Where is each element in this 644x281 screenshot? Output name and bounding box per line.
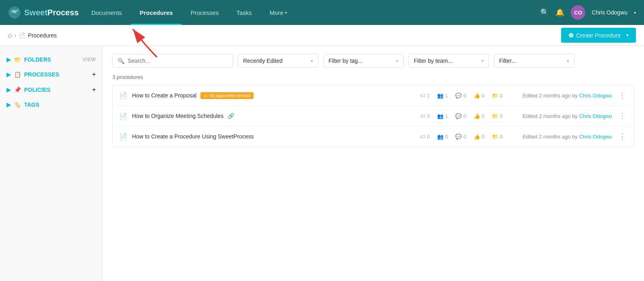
nav-items: Documents Procedures Processes Tasks Mor…	[83, 0, 540, 25]
link-icon: 🔗	[227, 113, 234, 119]
folders-count: 📁 0	[492, 134, 503, 140]
avatar[interactable]: CO	[571, 5, 585, 20]
create-procedure-button[interactable]: ⊕ Create Procedure ▾	[561, 28, 636, 43]
logo-process: Process	[47, 8, 79, 17]
team-filter-chevron-icon: ▾	[481, 58, 484, 64]
user-dropdown-icon[interactable]: ▾	[634, 10, 636, 15]
plus-icon: ⊕	[568, 31, 574, 39]
folder-icon: 📁	[492, 93, 498, 99]
sidebar-item-tags[interactable]: ▶ 🏷️ TAGS	[6, 101, 96, 108]
sidebar: ▶ 📁 FOLDERS VIEW ▶ 📋 PROCESSES + ▶ 📌 POL…	[0, 46, 103, 281]
tags-chevron-icon: ▶	[6, 101, 11, 108]
folder-icon: 📁	[492, 113, 498, 119]
procedures-count: 3 procedures	[112, 74, 634, 80]
logo-icon	[8, 6, 21, 19]
sidebar-tags-row: ▶ 🏷️ TAGS	[0, 97, 102, 112]
add-process-button[interactable]: +	[92, 71, 96, 78]
folders-count: 📁 0	[492, 113, 503, 119]
folders-icon: 📁	[14, 56, 21, 63]
table-row: 📄 How to Create a Procedure Using SweetP…	[113, 126, 634, 147]
breadcrumb-separator: ›	[14, 32, 17, 39]
search-box[interactable]: 🔍	[112, 54, 233, 68]
content-area: 🔍 Recently Edited ▾ Filter by tag... ▾ F…	[103, 46, 644, 281]
table-row: 📄 How to Organize Meeting Schedules 🔗 🏷 …	[113, 106, 634, 126]
sidebar-processes-row: ▶ 📋 PROCESSES +	[0, 67, 102, 82]
members-icon: 👥	[437, 113, 444, 119]
nav-right: 🔍 🔔 CO Chris Odogwu ▾	[540, 5, 636, 20]
procedures-list: 📄 How to Create a Proposal ⚠ No approved…	[112, 85, 634, 147]
procedure-editor-link[interactable]: Chris Odogwu	[579, 113, 612, 119]
tag-icon: 🏷	[420, 93, 425, 99]
filter-dropdown[interactable]: Filter... ▾	[494, 54, 574, 68]
tags-count: 🏷 0	[420, 113, 430, 119]
filter-team-dropdown[interactable]: Filter by team... ▾	[409, 54, 489, 68]
tag-icon: 🏷	[420, 134, 425, 140]
sidebar-policies-row: ▶ 📌 POLICIES +	[0, 82, 102, 97]
procedure-doc-icon: 📄	[119, 112, 127, 120]
top-navigation: SweetProcess Documents Procedures Proces…	[0, 0, 644, 25]
filter-row: 🔍 Recently Edited ▾ Filter by tag... ▾ F…	[112, 54, 634, 68]
procedure-edited: Edited 2 months ago by Chris Odogwu	[508, 113, 612, 119]
breadcrumb-bar: ⌂ › 📄 Procedures ⊕ Create Procedure ▾	[0, 25, 644, 46]
approval-icon: 👍	[474, 134, 480, 140]
logo[interactable]: SweetProcess	[8, 6, 83, 19]
nav-item-documents[interactable]: Documents	[83, 0, 131, 25]
sidebar-item-processes[interactable]: ▶ 📋 PROCESSES	[6, 71, 92, 78]
procedure-title[interactable]: How to Organize Meeting Schedules 🔗	[132, 113, 415, 119]
user-name[interactable]: Chris Odogwu	[592, 9, 627, 16]
procedure-doc-icon: 📄	[119, 133, 127, 140]
logo-sweet: Sweet	[24, 8, 47, 17]
procedure-more-button[interactable]: ⋮	[617, 132, 627, 141]
procedure-meta: 🏷 0 👥 0 💬 0 👍 0	[420, 134, 503, 140]
svg-point-1	[13, 10, 16, 13]
sort-dropdown[interactable]: Recently Edited ▾	[238, 54, 318, 68]
procedure-editor-link[interactable]: Chris Odogwu	[579, 134, 612, 140]
sidebar-folders-row: ▶ 📁 FOLDERS VIEW	[0, 52, 102, 67]
comment-icon: 💬	[455, 93, 462, 99]
processes-chevron-icon: ▶	[6, 71, 11, 78]
approval-icon: 👍	[474, 93, 480, 99]
sidebar-item-policies[interactable]: ▶ 📌 POLICIES	[6, 87, 92, 93]
filter-tag-dropdown[interactable]: Filter by tag... ▾	[323, 54, 404, 68]
procedure-edited: Edited 2 months ago by Chris Odogwu	[508, 134, 612, 140]
breadcrumb: ⌂ › 📄 Procedures	[8, 32, 57, 39]
comments-count: 💬 0	[455, 134, 466, 140]
nav-item-tasks[interactable]: Tasks	[227, 0, 260, 25]
members-count: 👥 0	[437, 134, 448, 140]
sidebar-item-folders[interactable]: ▶ 📁 FOLDERS	[6, 56, 83, 63]
procedure-title[interactable]: How to Create a Proposal ⚠ No approved v…	[132, 92, 415, 99]
processes-icon: 📋	[14, 71, 21, 78]
members-count: 👥 1	[437, 113, 448, 119]
folder-icon: 📁	[492, 134, 498, 140]
tag-filter-chevron-icon: ▾	[396, 58, 398, 64]
nav-item-procedures[interactable]: Procedures	[131, 0, 182, 25]
comments-count: 💬 0	[455, 93, 466, 99]
nav-item-more[interactable]: More ▾	[261, 0, 296, 25]
approvals-count: 👍 0	[474, 113, 485, 119]
add-policy-button[interactable]: +	[92, 86, 96, 93]
search-icon: 🔍	[118, 58, 124, 64]
home-icon[interactable]: ⌂	[8, 32, 12, 39]
search-button[interactable]: 🔍	[540, 8, 549, 17]
no-approved-badge: ⚠ No approved version	[200, 92, 254, 99]
view-label[interactable]: VIEW	[83, 57, 96, 62]
procedure-title[interactable]: How to Create a Procedure Using SweetPro…	[132, 133, 415, 140]
tags-count: 🏷 0	[420, 134, 430, 140]
notifications-button[interactable]: 🔔	[555, 8, 564, 17]
nav-item-processes[interactable]: Processes	[182, 0, 227, 25]
procedure-more-button[interactable]: ⋮	[617, 91, 627, 100]
main-layout: ▶ 📁 FOLDERS VIEW ▶ 📋 PROCESSES + ▶ 📌 POL…	[0, 46, 644, 281]
tags-icon: 🏷️	[14, 101, 21, 108]
procedure-more-button[interactable]: ⋮	[617, 112, 627, 120]
table-row: 📄 How to Create a Proposal ⚠ No approved…	[113, 85, 634, 106]
breadcrumb-page-name: Procedures	[28, 32, 57, 39]
comments-count: 💬 0	[455, 113, 466, 119]
procedure-doc-icon: 📄	[119, 92, 127, 99]
search-input[interactable]	[128, 58, 228, 64]
procedure-editor-link[interactable]: Chris Odogwu	[579, 93, 612, 99]
approval-icon: 👍	[474, 113, 480, 119]
procedure-meta: 🏷 0 👥 1 💬 0 👍 0	[420, 113, 503, 119]
procedure-edited: Edited 2 months ago by Chris Odogwu	[508, 93, 612, 99]
filter-chevron-icon: ▾	[567, 58, 569, 64]
document-icon: 📄	[19, 32, 25, 39]
